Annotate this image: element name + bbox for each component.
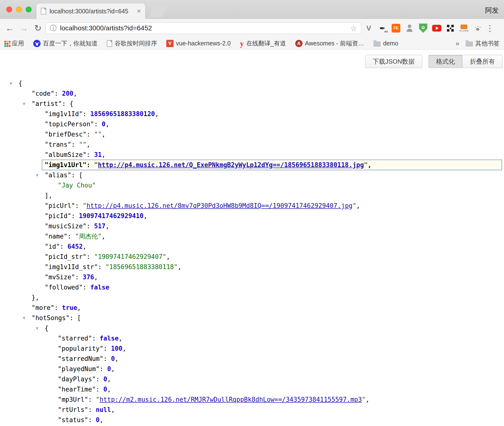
json-token: false — [100, 335, 118, 342]
json-token: { — [18, 80, 22, 87]
qrcode-icon[interactable] — [444, 22, 456, 34]
bookmark-label: 百度一下，你就知道 — [43, 39, 98, 47]
apps-label: 应用 — [12, 39, 24, 47]
url-text[interactable]: localhost:3000/artists?id=6452 — [60, 24, 152, 32]
address-bar[interactable]: ⓘ localhost:3000/artists?id=6452 ☆ — [46, 22, 361, 34]
page-info-icon[interactable]: ⓘ — [50, 24, 57, 33]
json-token: , — [118, 335, 122, 342]
user-icon[interactable] — [403, 22, 416, 34]
collapse-toggle-icon[interactable]: ▼ — [10, 78, 12, 88]
json-token: : { — [62, 100, 73, 107]
profile-name: 阿发 — [485, 6, 499, 15]
bookmark-star-icon[interactable]: ☆ — [350, 24, 357, 33]
tab-strip: localhost:3000/artists?id=645 × 阿发 — [0, 0, 504, 19]
json-token: " — [353, 202, 356, 209]
forward-icon[interactable]: → — [17, 24, 30, 33]
collapse-all-button[interactable]: 折叠所有 — [462, 55, 503, 68]
json-token: "dayPlays" — [58, 375, 96, 383]
vimium-icon[interactable]: V — [363, 22, 375, 34]
download-json-button[interactable]: 下载JSON数据 — [365, 55, 422, 68]
json-url-link[interactable]: http://m2.music.126.net/RMJR7wDullRqppBk… — [100, 396, 362, 403]
json-token: 0 — [103, 386, 107, 393]
fe-badge: FE — [392, 24, 400, 33]
json-line: "name": "周杰伦", — [0, 231, 504, 241]
shield-icon[interactable] — [417, 22, 429, 34]
close-window-button[interactable] — [6, 7, 12, 12]
bookmark-label: Awesomes - 前端资… — [305, 39, 364, 47]
other-bookmarks-folder[interactable]: 其他书签 — [466, 39, 500, 47]
json-token: null — [96, 406, 111, 413]
json-token: "img1v1Url" — [45, 161, 86, 169]
json-token: , — [155, 110, 159, 118]
json-token: 6452 — [67, 243, 83, 250]
paw-icon[interactable] — [471, 22, 484, 34]
json-line: "hearTime": 0, — [0, 384, 504, 394]
json-token: "mp3Url" — [58, 396, 88, 403]
json-token: "artist" — [32, 100, 62, 107]
bookmark-demo-folder[interactable]: demo — [373, 40, 398, 47]
fe-extension-icon[interactable]: FE — [390, 22, 402, 34]
json-line: "img1v1Id_str": "18569651883380118", — [0, 262, 504, 272]
json-line: "mp3Url": "http://m2.music.126.net/RMJR7… — [0, 394, 504, 405]
json-token: : — [88, 416, 96, 424]
page-content: 下载JSON数据 格式化 折叠所有 ▼{"code": 200,▼"artist… — [0, 50, 504, 426]
bookmark-vue-hackernews[interactable]: V vue-hackernews-2.0 — [166, 40, 231, 47]
json-token: 0 — [102, 120, 106, 128]
json-token: , — [102, 131, 106, 138]
json-token: "id" — [45, 243, 60, 250]
json-line: "followed": false — [0, 282, 504, 292]
shield-shape — [419, 24, 427, 33]
minimize-window-button[interactable] — [16, 7, 22, 12]
json-token: , — [107, 386, 111, 393]
youdao-icon: y — [240, 40, 244, 47]
json-token: , — [115, 355, 119, 362]
bookmark-youdao-translate[interactable]: y 在线翻译_有道 — [240, 39, 286, 47]
json-url-link[interactable]: http://p4.music.126.net/Q_ExePNkmgB2yWyL… — [98, 161, 364, 169]
tab-close-icon[interactable]: × — [137, 8, 141, 15]
json-token: : — [88, 396, 96, 403]
bookmark-awesomes[interactable]: A Awesomes - 前端资… — [295, 39, 364, 47]
page-icon — [107, 40, 112, 47]
json-token: "starred" — [58, 335, 92, 342]
json-token: : — [88, 406, 96, 413]
fullscreen-window-button[interactable] — [26, 7, 32, 12]
json-token: : — [83, 284, 90, 291]
json-line: "albumSize": 31, — [0, 150, 504, 160]
format-button[interactable]: 格式化 — [428, 55, 462, 68]
json-token: : — [86, 161, 94, 169]
json-token: 0 — [96, 416, 100, 424]
json-token: 0 — [107, 365, 111, 373]
json-url-link[interactable]: http://p4.music.126.net/8mv7qP30Pd3oHW8b… — [86, 202, 353, 209]
collapse-toggle-icon[interactable]: ▼ — [23, 99, 25, 109]
page-icon — [41, 8, 46, 15]
apps-grid-icon — [4, 41, 6, 43]
apps-shortcut[interactable]: 应用 — [4, 39, 24, 47]
json-token: "starredNum" — [58, 355, 103, 362]
reload-icon[interactable]: ↻ — [32, 24, 44, 33]
json-line: "rtUrls": null, — [0, 405, 504, 415]
collapse-toggle-icon[interactable]: ▼ — [36, 170, 38, 180]
json-token: , — [83, 243, 87, 250]
back-icon[interactable]: ← — [3, 24, 16, 33]
browser-menu-icon[interactable]: ⋮ — [485, 23, 495, 33]
json-token: ], — [45, 192, 52, 199]
collapse-toggle-icon[interactable]: ▼ — [23, 313, 25, 323]
player-badge: PLAYER — [459, 30, 469, 32]
new-tab-button[interactable] — [148, 5, 168, 17]
pen-translate-icon[interactable]: ✒ en — [376, 22, 388, 34]
browser-tab[interactable]: localhost:3000/artists?id=645 × — [36, 3, 145, 19]
qrcode-shape — [446, 24, 454, 32]
collapse-toggle-icon[interactable]: ▼ — [36, 323, 38, 333]
json-token: "" — [79, 141, 86, 148]
bookmarks-overflow-icon[interactable]: » — [455, 40, 459, 47]
bookmark-google-sort[interactable]: 谷歌按时间排序 — [107, 39, 157, 47]
json-token: "picUrl" — [45, 202, 75, 209]
bookmark-baidu[interactable]: 百度一下，你就知道 — [33, 39, 98, 47]
youtube-icon[interactable] — [431, 22, 443, 34]
awesomes-icon: A — [295, 40, 302, 47]
player-icon[interactable]: PLAYER — [458, 22, 470, 34]
json-token: 517 — [94, 222, 106, 230]
json-token: 31 — [94, 151, 102, 158]
json-line: "Jay Chou" — [0, 180, 504, 190]
json-token: : — [92, 335, 100, 342]
